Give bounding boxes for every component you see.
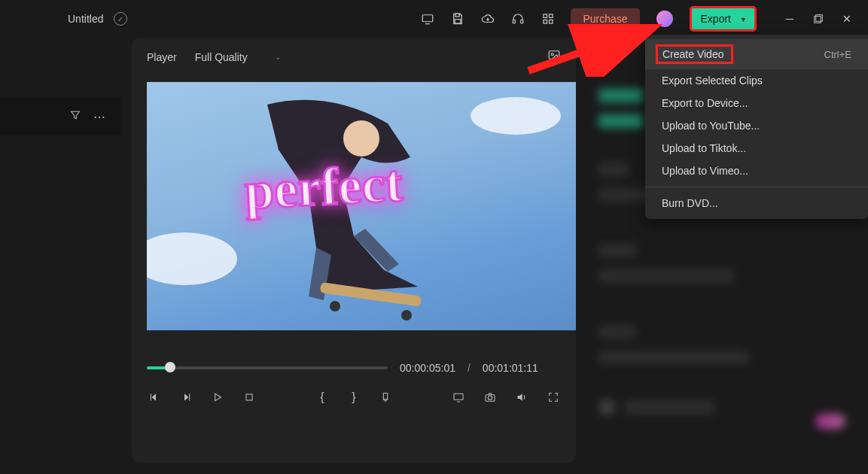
topbar: Untitled ✓ Purchase Export ▾ ─ ✕ [0,0,868,38]
left-sidebar: ⋯ [0,38,120,474]
menu-item-label: Upload to Vimeo... [662,165,748,177]
time-separator: / [468,362,471,374]
display-icon[interactable] [420,11,435,26]
stop-icon[interactable] [242,391,257,403]
menu-export-to-device[interactable]: Export to Device... [645,92,868,114]
volume-icon[interactable] [514,391,529,403]
menu-divider [645,187,868,187]
menu-upload-youtube[interactable]: Upload to YouTube... [645,114,868,137]
quality-select[interactable]: Full Quality ⌄ [195,51,281,63]
chevron-down-icon: ▾ [742,15,745,23]
svg-point-13 [551,53,553,56]
svg-rect-20 [246,394,252,400]
cloud-icon[interactable] [480,11,495,26]
svg-rect-10 [816,15,823,22]
menu-item-shortcut: Ctrl+E [824,49,851,60]
prev-frame-icon[interactable] [147,391,162,403]
scrubber-knob[interactable] [165,362,175,372]
svg-rect-2 [455,14,459,17]
avatar[interactable] [656,11,673,27]
maximize-button[interactable] [812,13,824,25]
menu-burn-dvd[interactable]: Burn DVD... [645,192,868,214]
svg-point-16 [330,301,340,311]
svg-point-14 [343,120,379,156]
total-time: 00:01:01:11 [483,362,538,374]
menu-create-video[interactable]: Create Video Ctrl+E [645,39,868,69]
player-header: Player Full Quality ⌄ [147,48,561,65]
close-button[interactable]: ✕ [841,13,853,25]
menu-upload-vimeo[interactable]: Upload to Vimeo... [645,160,868,182]
quality-value: Full Quality [195,51,248,63]
marker-icon[interactable] [378,391,393,403]
scrubber[interactable] [147,366,388,369]
more-icon[interactable]: ⋯ [93,110,105,124]
grid-icon[interactable] [541,11,556,26]
screen-icon[interactable] [451,391,466,403]
snapshot-icon[interactable] [547,48,561,65]
export-menu: Create Video Ctrl+E Export Selected Clip… [645,35,868,219]
bracket-open-icon[interactable]: { [315,390,330,404]
svg-rect-8 [544,20,547,24]
sidebar-filter-row: ⋯ [0,98,120,135]
svg-point-17 [401,310,412,321]
bracket-close-icon[interactable]: } [346,390,361,404]
headphones-icon[interactable] [510,11,525,26]
svg-rect-9 [550,20,553,24]
fullscreen-icon[interactable] [546,391,561,403]
filter-icon[interactable] [69,109,81,124]
svg-rect-0 [423,15,434,22]
svg-point-25 [488,396,492,400]
svg-rect-5 [521,20,523,24]
player-panel: Player Full Quality ⌄ perfect 00:00:05:0… [132,38,576,463]
svg-rect-22 [454,393,463,400]
minimize-button[interactable]: ─ [784,13,796,25]
video-preview[interactable]: perfect [147,82,576,330]
purchase-button[interactable]: Purchase [571,8,639,29]
svg-rect-3 [455,20,461,23]
menu-item-label: Burn DVD... [662,197,718,209]
scrubber-row: 00:00:05:01 / 00:01:01:11 [147,362,561,374]
chevron-down-icon: ⌄ [275,53,281,61]
svg-rect-21 [383,393,387,400]
svg-rect-4 [513,20,516,24]
save-icon[interactable] [450,11,465,26]
svg-rect-11 [815,17,821,23]
current-time: 00:00:05:01 [400,362,455,374]
menu-export-selected-clips[interactable]: Export Selected Clips [645,69,868,92]
camera-icon[interactable] [483,391,498,403]
overlay-text: perfect [243,153,404,222]
menu-item-label: Export to Device... [662,97,748,109]
play-icon[interactable] [210,391,225,403]
menu-item-label: Upload to Tiktok... [662,142,746,154]
project-title: Untitled [68,13,103,25]
menu-item-label: Create Video [656,44,733,64]
player-label: Player [147,51,177,63]
svg-rect-6 [544,14,547,18]
export-button[interactable]: Export ▾ [690,6,757,32]
export-button-label: Export [701,13,731,25]
menu-upload-tiktok[interactable]: Upload to Tiktok... [645,137,868,160]
player-controls: { } [147,390,561,404]
svg-rect-7 [550,14,553,18]
next-frame-icon[interactable] [178,391,193,403]
menu-item-label: Upload to YouTube... [662,120,760,132]
menu-item-label: Export Selected Clips [662,74,763,87]
save-status-icon: ✓ [114,12,127,26]
